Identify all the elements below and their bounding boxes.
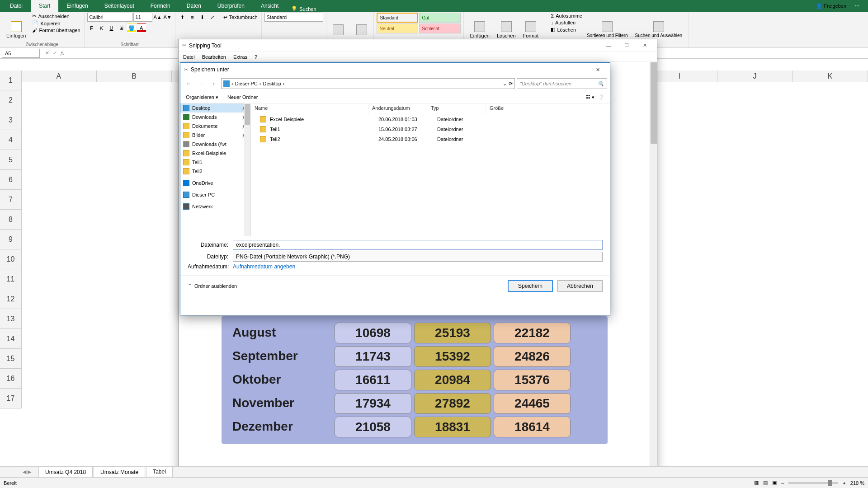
copy-button[interactable]: 📄Kopieren <box>31 20 81 27</box>
save-button[interactable]: Speichern <box>508 280 553 292</box>
col-header-a[interactable]: A <box>21 70 97 82</box>
row-header[interactable]: 16 <box>0 369 22 389</box>
filename-input[interactable] <box>233 240 603 250</box>
fx-button[interactable]: fx <box>61 50 64 56</box>
orientation-button[interactable]: ⤢ <box>208 13 217 22</box>
capture-date-link[interactable]: Aufnahmedatum angeben <box>233 263 295 270</box>
align-top-button[interactable]: ⬆ <box>178 13 187 22</box>
filetype-select[interactable]: PNG-Datei (Portable Network Graphic) (*.… <box>233 252 603 262</box>
minimize-button[interactable]: — <box>600 40 617 51</box>
tree-network[interactable]: Netzwerk⌄ <box>180 202 250 211</box>
view-page-button[interactable]: ▤ <box>763 480 768 486</box>
insert-tab[interactable]: Einfügen <box>58 0 96 12</box>
style-neutral[interactable]: Neutral <box>377 23 418 33</box>
row-header[interactable]: 2 <box>0 90 22 110</box>
tree-onedrive[interactable]: OneDrive <box>180 178 250 188</box>
tree-desktop[interactable]: Desktop📌 <box>180 103 250 113</box>
snip-scrollbar[interactable] <box>650 62 657 480</box>
refresh-icon[interactable]: ⟳ <box>509 81 513 87</box>
underline-button[interactable]: U <box>107 23 116 33</box>
start-tab[interactable]: Start <box>31 0 58 12</box>
row-header[interactable]: 17 <box>0 389 22 408</box>
close-button[interactable]: ✕ <box>636 40 653 51</box>
back-button[interactable]: ← <box>183 78 194 89</box>
name-box[interactable]: A5 <box>2 49 40 58</box>
row-header[interactable]: 9 <box>0 230 22 249</box>
fill-color-button[interactable]: 🪣 <box>127 23 136 33</box>
scroll-thumb[interactable] <box>651 62 657 144</box>
slider-thumb[interactable] <box>828 480 832 486</box>
wrap-text-button[interactable]: ↩Textumbruch <box>222 14 259 21</box>
row-header[interactable]: 6 <box>0 170 22 190</box>
layout-tab[interactable]: Seitenlayout <box>96 0 142 12</box>
row-header[interactable]: 1 <box>0 70 22 90</box>
organize-button[interactable]: Organisieren ▾ <box>186 94 218 100</box>
file-tab[interactable]: Datei <box>2 0 31 12</box>
data-tab[interactable]: Daten <box>179 0 209 12</box>
zoom-slider[interactable] <box>788 482 838 484</box>
address-bar[interactable]: › Dieser PC › Desktop › ⌄ ⟳ <box>221 78 515 89</box>
row-header[interactable]: 4 <box>0 130 22 150</box>
zoom-level[interactable]: 210 % <box>850 480 864 486</box>
tree-this-pc[interactable]: Dieser PC <box>180 190 250 199</box>
row-header[interactable]: 14 <box>0 329 22 349</box>
row-header[interactable]: 13 <box>0 309 22 329</box>
zoom-out-button[interactable]: – <box>781 480 784 486</box>
review-tab[interactable]: Überprüfen <box>209 0 253 12</box>
format-painter-button[interactable]: 🖌Format übertragen <box>31 27 81 33</box>
clear-button[interactable]: ◧Löschen <box>550 26 583 33</box>
share-button[interactable]: 👤 Freigeben <box>816 3 846 9</box>
paste-button[interactable]: Einfügen <box>3 13 29 47</box>
col-header-b[interactable]: B <box>97 70 172 82</box>
tree-scrollbar[interactable] <box>244 103 250 236</box>
cancel-button[interactable]: Abbrechen <box>557 280 603 292</box>
cancel-formula-button[interactable]: ✕ <box>45 50 49 56</box>
row-header[interactable]: 12 <box>0 289 22 309</box>
search-input[interactable]: "Desktop" durchsuchen 🔍 <box>517 78 607 89</box>
zoom-in-button[interactable]: + <box>843 480 845 486</box>
autosum-button[interactable]: ΣAutosumme <box>550 13 583 19</box>
sheet-tab-1[interactable]: Umsatz Q4 2018 <box>38 467 93 477</box>
row-header[interactable]: 5 <box>0 150 22 170</box>
font-color-button[interactable]: A <box>137 23 146 33</box>
tree-excel-bsp[interactable]: Excel-Beispiele <box>180 149 250 158</box>
row-header[interactable]: 7 <box>0 190 22 210</box>
col-date[interactable]: Änderungsdatum <box>368 103 427 114</box>
view-tab[interactable]: Ansicht <box>253 0 287 12</box>
view-break-button[interactable]: ▣ <box>772 480 777 486</box>
col-name[interactable]: Name <box>251 103 368 114</box>
tell-me-search[interactable]: 💡 Suchen <box>291 6 316 12</box>
tree-documents[interactable]: Dokumente📌 <box>180 122 250 131</box>
sheet-nav[interactable]: ◀ ▶ <box>23 469 31 475</box>
row-header[interactable]: 8 <box>0 210 22 230</box>
help-button[interactable]: ❔ <box>598 94 604 100</box>
scroll-thumb[interactable] <box>245 104 250 125</box>
bold-button[interactable]: F <box>87 23 96 33</box>
sheet-tab-3[interactable]: Tabel <box>146 466 173 478</box>
row-header[interactable]: 11 <box>0 269 22 289</box>
font-name-select[interactable] <box>87 13 132 22</box>
formulas-tab[interactable]: Formeln <box>142 0 179 12</box>
up-button[interactable]: ↑ <box>208 78 219 89</box>
sheet-tab-2[interactable]: Umsatz Monate <box>94 467 145 477</box>
tree-pictures[interactable]: Bilder📌 <box>180 131 250 140</box>
fill-button[interactable]: ↓Ausfüllen <box>550 19 583 26</box>
ribbon-options-button[interactable]: ⋯ <box>846 0 868 12</box>
tree-teil2[interactable]: Teil2 <box>180 167 250 176</box>
style-good[interactable]: Gut <box>419 13 461 23</box>
col-size[interactable]: Größe <box>486 103 531 114</box>
hide-folders-button[interactable]: ⌃ Ordner ausblenden <box>188 283 237 289</box>
row-header[interactable]: 3 <box>0 110 22 130</box>
italic-button[interactable]: K <box>97 23 106 33</box>
row-header[interactable]: 15 <box>0 349 22 369</box>
forward-button[interactable]: → <box>196 78 207 89</box>
file-row[interactable]: Teil1 15.06.2018 03:27 Dateiordner <box>251 124 610 134</box>
tree-downloads[interactable]: Downloads📌 <box>180 113 250 122</box>
enter-formula-button[interactable]: ✓ <box>53 50 57 56</box>
close-dialog-button[interactable]: ✕ <box>589 64 606 75</box>
col-header-k[interactable]: K <box>793 70 868 82</box>
chevron-down-icon[interactable]: ⌄ <box>503 81 507 87</box>
font-size-select[interactable] <box>133 13 152 22</box>
menu-help[interactable]: ? <box>255 54 257 60</box>
align-middle-button[interactable]: ≡ <box>188 13 197 22</box>
